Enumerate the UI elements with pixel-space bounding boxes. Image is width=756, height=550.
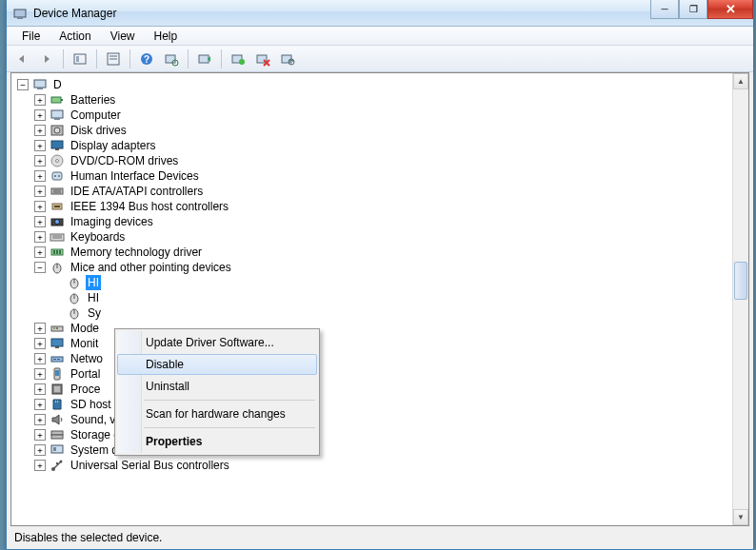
expand-icon[interactable] [34, 94, 46, 106]
expand-icon[interactable] [34, 125, 46, 136]
scroll-up-arrow[interactable]: ▲ [733, 73, 748, 89]
svg-rect-21 [51, 110, 63, 118]
network-icon [50, 351, 65, 366]
tree-node-label: Computer [69, 108, 123, 123]
back-button[interactable] [10, 48, 33, 70]
expand-icon[interactable] [34, 414, 46, 425]
tree-category[interactable]: Mice and other pointing devices [34, 260, 746, 275]
tree-root[interactable]: D [17, 77, 746, 92]
processor-icon [50, 382, 65, 397]
expand-icon[interactable] [34, 368, 46, 380]
scroll-down-arrow[interactable]: ▼ [733, 509, 748, 525]
expand-icon[interactable] [34, 399, 46, 410]
expand-icon[interactable] [34, 186, 46, 197]
context-menu-separator [144, 427, 315, 428]
tree-category[interactable]: IEEE 1394 Bus host controllers [34, 199, 746, 214]
disable-button[interactable] [251, 48, 274, 70]
svg-rect-70 [51, 445, 63, 453]
properties-button[interactable] [102, 48, 125, 70]
menu-file[interactable]: File [14, 28, 48, 45]
battery-icon [50, 92, 65, 108]
expand-icon[interactable] [34, 216, 46, 227]
context-menu-item[interactable]: Disable [117, 354, 317, 375]
context-menu: Update Driver Software...DisableUninstal… [114, 328, 320, 456]
expand-icon[interactable] [34, 201, 46, 212]
expander-blank [51, 277, 63, 288]
forward-button[interactable] [35, 48, 58, 70]
expand-icon[interactable] [34, 338, 46, 349]
scroll-thumb[interactable] [734, 262, 747, 300]
expand-icon[interactable] [34, 246, 46, 258]
tree-node-label: DVD/CD-ROM drives [69, 153, 180, 168]
ide-icon [50, 184, 65, 199]
context-menu-item[interactable]: Update Driver Software... [117, 332, 317, 353]
tree-category[interactable]: Keyboards [34, 229, 746, 245]
tree-category[interactable]: Human Interface Devices [34, 168, 746, 184]
tree-category[interactable]: Disk drives [34, 123, 746, 138]
expand-icon[interactable] [34, 109, 46, 121]
expand-icon[interactable] [34, 140, 46, 151]
menu-view[interactable]: View [103, 28, 143, 45]
tree-node-label: IDE ATA/ATAPI controllers [69, 184, 205, 199]
expand-icon[interactable] [34, 231, 46, 243]
mouse-icon [67, 275, 82, 290]
context-menu-item[interactable]: Scan for hardware changes [117, 403, 317, 424]
toolbar-separator [63, 49, 64, 69]
tree-device[interactable]: HI [51, 290, 746, 305]
keyboard-icon [50, 229, 65, 245]
expand-icon[interactable] [34, 353, 46, 364]
svg-text:?: ? [144, 54, 149, 65]
enable-button[interactable] [227, 48, 249, 70]
expand-icon[interactable] [34, 429, 46, 441]
collapse-icon[interactable] [17, 79, 29, 90]
expand-icon[interactable] [34, 323, 46, 334]
tree-category[interactable]: Display adapters [34, 138, 746, 153]
menu-action[interactable]: Action [51, 28, 98, 45]
titlebar[interactable]: Device Manager ─ ❐ ✕ [7, 0, 753, 27]
tree-node-label: Proce [69, 382, 102, 397]
uninstall-button[interactable] [276, 48, 299, 70]
vertical-scrollbar[interactable]: ▲ ▼ [732, 73, 748, 525]
svg-rect-65 [54, 386, 60, 392]
tree-device[interactable]: HI [51, 275, 746, 290]
expand-icon[interactable] [34, 444, 46, 456]
dvd-icon [50, 153, 65, 168]
tree-category[interactable]: Batteries [34, 92, 746, 108]
tree-category[interactable]: Memory technology driver [34, 245, 746, 260]
maximize-button[interactable]: ❐ [679, 0, 707, 19]
tree-node-label: Disk drives [69, 123, 129, 138]
svg-rect-66 [55, 401, 56, 403]
expand-icon[interactable] [34, 383, 46, 395]
menu-help[interactable]: Help [147, 28, 186, 45]
toolbar-separator [188, 49, 189, 69]
show-hide-button[interactable] [69, 48, 91, 70]
svg-rect-60 [53, 359, 56, 360]
close-button[interactable]: ✕ [707, 0, 753, 19]
context-menu-item[interactable]: Uninstall [117, 376, 317, 397]
tree-device[interactable]: Sy [51, 305, 746, 321]
tree-category[interactable]: Imaging devices [34, 214, 746, 229]
expand-icon[interactable] [34, 170, 46, 182]
tree-node-label: HI [86, 290, 101, 305]
device-tree[interactable]: DBatteriesComputerDisk drivesDisplay ada… [11, 73, 748, 525]
update-driver-button[interactable] [193, 48, 216, 70]
svg-rect-36 [54, 206, 60, 207]
context-menu-item[interactable]: Properties [117, 431, 317, 452]
expand-icon[interactable] [34, 460, 46, 471]
svg-rect-19 [51, 97, 61, 103]
svg-rect-63 [55, 370, 59, 376]
tree-category[interactable]: Computer [34, 108, 746, 123]
svg-rect-25 [51, 141, 63, 148]
collapse-icon[interactable] [34, 262, 46, 273]
tree-category[interactable]: DVD/CD-ROM drives [34, 153, 746, 168]
tree-category[interactable]: Universal Serial Bus controllers [34, 458, 746, 473]
expand-icon[interactable] [34, 155, 46, 167]
svg-rect-11 [199, 55, 209, 63]
scan-button[interactable] [160, 48, 183, 70]
toolbar-separator [96, 49, 97, 69]
help-button[interactable]: ? [135, 48, 158, 70]
app-icon [12, 6, 28, 21]
tree-category[interactable]: IDE ATA/ATAPI controllers [34, 184, 746, 199]
svg-rect-58 [55, 346, 59, 348]
minimize-button[interactable]: ─ [650, 0, 679, 19]
